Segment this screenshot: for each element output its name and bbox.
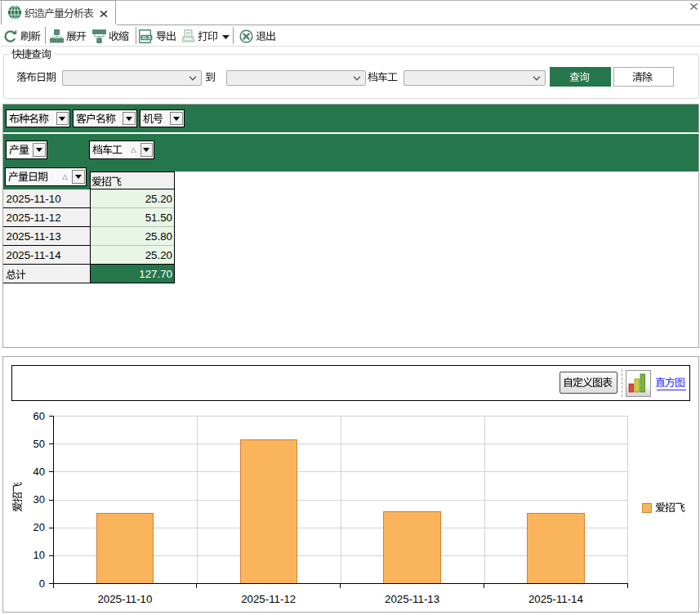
svg-text:XLS: XLS bbox=[142, 34, 151, 39]
